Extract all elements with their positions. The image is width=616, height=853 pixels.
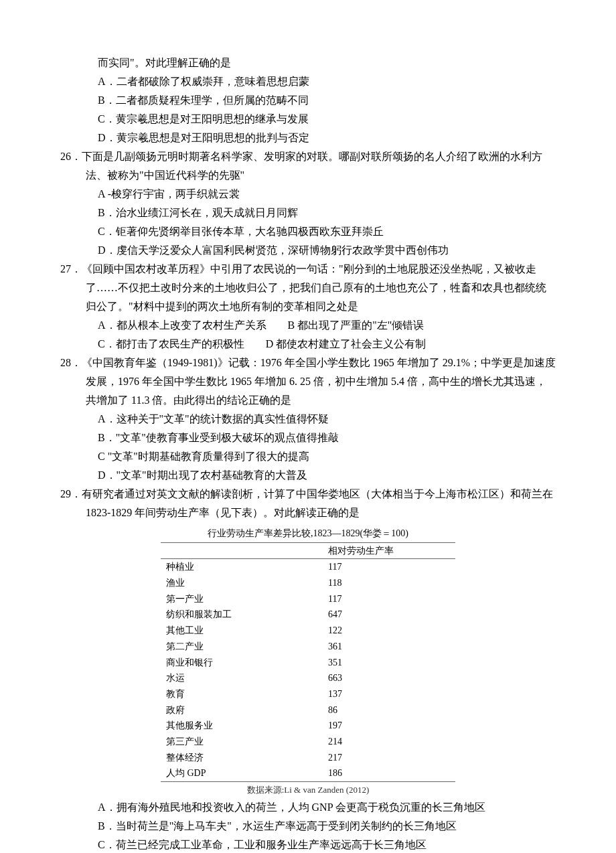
q26-option-d: D．虔信天学泛爱众人富国利民树贤范，深研博物躬行农政学贯中西创伟功 — [60, 241, 556, 260]
table-row: 整体经济217 — [161, 750, 455, 766]
row-value: 647 — [323, 607, 455, 623]
row-label: 其他服务业 — [161, 718, 323, 734]
q29-option-b: B．当时荷兰是"海上马车夫"，水运生产率远高于受到闭关制约的长三角地区 — [60, 817, 556, 836]
q26-option-b: B．治水业绩江河长在，观天成就日月同辉 — [60, 204, 556, 222]
q27-option-b: B 都出现了严重的"左"倾错误 — [288, 316, 425, 335]
productivity-table: 相对劳动生产率 种植业117渔业118第一产业117纺织和服装加工647其他工业… — [161, 542, 455, 782]
table-row: 渔业118 — [161, 575, 455, 591]
row-label: 商业和银行 — [161, 655, 323, 671]
table-row: 其他工业122 — [161, 623, 455, 639]
row-value: 122 — [323, 623, 455, 639]
table-row: 第三产业214 — [161, 734, 455, 750]
q25-option-a: A．二者都破除了权威崇拜，意味着思想启蒙 — [60, 72, 556, 91]
q26-stem: 26．下面是几副颂扬元明时期著名科学家、发明家的对联。哪副对联所颂扬的名人介绍了… — [60, 147, 556, 185]
q25-option-d: D．黄宗羲思想是对王阳明思想的批判与否定 — [60, 129, 556, 147]
table-header-blank — [161, 542, 323, 559]
row-value: 117 — [323, 591, 455, 607]
q28-stem: 28．《中国教育年鉴（1949-1981)》记载：1976 年全国小学生数比 1… — [60, 354, 556, 410]
row-label: 整体经济 — [161, 750, 323, 766]
row-value: 361 — [323, 639, 455, 655]
table-row: 人均 GDP186 — [161, 765, 455, 781]
table-row: 第二产业361 — [161, 639, 455, 655]
row-label: 第三产业 — [161, 734, 323, 750]
q25-option-b: B．二者都质疑程朱理学，但所属的范畴不同 — [60, 91, 556, 110]
row-label: 纺织和服装加工 — [161, 607, 323, 623]
row-label: 种植业 — [161, 559, 323, 575]
table-header-value: 相对劳动生产率 — [323, 542, 455, 559]
q29-option-c: C．荷兰已经完成工业革命，工业和服务业生产率远远高于长三角地区 — [60, 836, 556, 853]
table-row: 纺织和服装加工647 — [161, 607, 455, 623]
row-value: 118 — [323, 575, 455, 591]
q27-options-row2: C．都打击了农民生产的积极性 D 都使农村建立了社会主义公有制 — [60, 335, 556, 354]
table-row: 商业和银行351 — [161, 655, 455, 671]
row-value: 137 — [323, 686, 455, 702]
row-label: 第一产业 — [161, 591, 323, 607]
q27-stem: 27．《回顾中国农村改革历程》中引用了农民说的一句话："刚分到的土地屁股还没坐热… — [60, 260, 556, 316]
row-value: 197 — [323, 718, 455, 734]
table-row: 种植业117 — [161, 559, 455, 575]
row-label: 政府 — [161, 702, 323, 718]
q27-option-c: C．都打击了农民生产的积极性 — [98, 335, 244, 354]
q28-option-a: A．这种关于"文革"的统计数据的真实性值得怀疑 — [60, 410, 556, 429]
q28-option-d: D．"文革"时期出现了农村基础教育的大普及 — [60, 466, 556, 485]
q26-option-a: A -梭穿行宇宙，两手织就云裳 — [60, 185, 556, 204]
q28-option-c: C "文革"时期基础教育质量得到了很大的提高 — [60, 447, 556, 466]
row-value: 217 — [323, 750, 455, 766]
table-row: 水运663 — [161, 670, 455, 686]
q29-stem: 29．有研究者通过对英文文献的解读剖析，计算了中国华娄地区（大体相当于今上海市松… — [60, 485, 556, 522]
q29-table-source: 数据来源:Li & van Zanden (2012) — [161, 783, 455, 797]
table-row: 政府86 — [161, 702, 455, 718]
table-row: 教育137 — [161, 686, 455, 702]
row-value: 351 — [323, 655, 455, 671]
row-label: 教育 — [161, 686, 323, 702]
q27-option-a: A．都从根本上改变了农村生产关系 — [98, 316, 266, 335]
row-value: 117 — [323, 559, 455, 575]
row-label: 渔业 — [161, 575, 323, 591]
q28-option-b: B．"文革"使教育事业受到极大破坏的观点值得推敲 — [60, 429, 556, 447]
q25-stem-continuation: 而实同"。对此理解正确的是 — [60, 54, 556, 72]
row-value: 86 — [323, 702, 455, 718]
q26-option-c: C．钜著仰先贤纲举目张传本草，大名驰四极西欧东亚拜崇丘 — [60, 222, 556, 241]
q25-option-c: C．黄宗羲思想是对王阳明思想的继承与发展 — [60, 110, 556, 129]
row-label: 水运 — [161, 670, 323, 686]
table-row: 其他服务业197 — [161, 718, 455, 734]
row-label: 人均 GDP — [161, 765, 323, 781]
q29-table-title: 行业劳动生产率差异比较,1823—1829(华娄＝100) — [161, 526, 455, 541]
row-label: 第二产业 — [161, 639, 323, 655]
row-value: 186 — [323, 765, 455, 781]
q29-table: 行业劳动生产率差异比较,1823—1829(华娄＝100) 相对劳动生产率 种植… — [161, 526, 455, 797]
row-label: 其他工业 — [161, 623, 323, 639]
row-value: 663 — [323, 670, 455, 686]
q27-options-row1: A．都从根本上改变了农村生产关系 B 都出现了严重的"左"倾错误 — [60, 316, 556, 335]
q29-option-a: A．拥有海外殖民地和投资收入的荷兰，人均 GNP 会更高于税负沉重的长三角地区 — [60, 798, 556, 817]
table-row: 第一产业117 — [161, 591, 455, 607]
row-value: 214 — [323, 734, 455, 750]
q27-option-d: D 都使农村建立了社会主义公有制 — [266, 335, 427, 354]
